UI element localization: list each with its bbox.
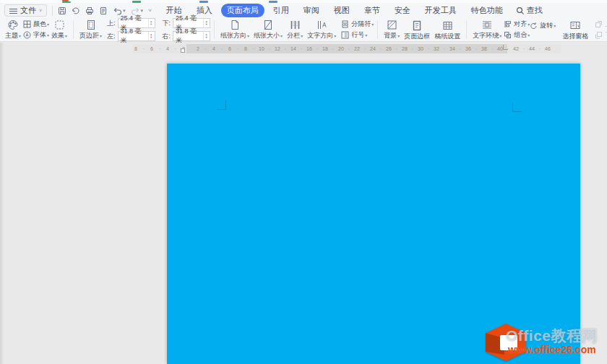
margin-right-label: 右: [163,32,171,41]
divider [214,20,215,39]
arrange-subgroup-1: 对齐 组合 [504,20,530,39]
workspace-left-edge [0,43,4,364]
line-numbers-button[interactable]: 行号 [341,31,374,39]
page-border-icon [412,20,422,31]
text-direction-icon [317,20,327,30]
file-menu-button[interactable]: 文件 ˅ [4,4,47,17]
ruler-tick-dot: · [175,44,176,53]
chevron-down-icon: ▾ [123,8,126,14]
ruler-tick-number: 6 [228,44,231,53]
menu-tab-section[interactable]: 章节 [358,4,386,17]
menu-tabs: 开始插入页面布局引用审阅视图章节安全开发工具特色功能 [160,4,509,17]
page-border-button[interactable]: 页面边框 [402,20,432,40]
breaks-button[interactable]: 分隔符 [341,20,374,28]
paper-setup-icon [442,20,453,31]
print-button[interactable] [85,6,94,15]
paper-orientation-icon [230,20,240,30]
ruler-tick-number: 38 [481,44,487,53]
page-border-label: 页面边框 [404,32,430,40]
paper-orientation-button[interactable]: 纸张方向 [218,19,251,40]
ruler-tick-dot: · [317,44,318,53]
columns-label: 分栏 [287,32,303,40]
print-preview-button[interactable] [99,6,108,15]
background-button[interactable]: 背景 [382,19,402,40]
ruler-tick-number: 8 [244,44,247,53]
ruler-tick-dot: · [428,44,429,53]
theme-label: 主题 [5,32,21,40]
ruler-tick-dot: · [460,44,461,53]
margins-icon [86,20,96,30]
effects-button[interactable]: 效果 [49,19,69,40]
margin-left-input[interactable]: 31.8 毫米 ▴▾ [118,31,155,41]
ruler[interactable]: 8·6·4·22·4·6·8·10·12·14·16·18·20·22·24·2… [133,44,561,53]
ruler-tick-number: 24 [370,44,376,53]
export-button[interactable] [72,6,80,15]
ruler-tick-number: 8 [134,44,137,53]
stepper-icon[interactable]: ▴▾ [148,19,154,27]
text-wrap-label: 文字环绕 [473,32,501,40]
save-icon [58,6,66,15]
ruler-tick-number: 4 [166,44,169,53]
colors-button[interactable]: 颜色 [23,20,49,28]
chevron-down-icon: ▾ [141,8,144,14]
paper-size-label: 纸张大小 [254,32,283,40]
menu-tab-page-layout[interactable]: 页面布局 [221,4,264,17]
menu-tab-references[interactable]: 引用 [267,4,295,17]
find-button[interactable]: 查找 [516,5,543,16]
customize-toolbar-button[interactable]: ˅ [148,7,152,14]
ruler-tick-dot: · [444,44,445,53]
rotate-button[interactable]: 旋转 [530,22,556,30]
text-wrap-button[interactable]: 文字环绕 [470,19,504,40]
bring-forward-icon [595,20,603,28]
group-button[interactable]: 组合 [504,31,530,39]
chevron-down-icon: ˅ [39,8,42,13]
ruler-tick-dot: · [475,44,477,53]
ruler-tick-dot: · [396,44,397,53]
margins-label: 页边距 [79,32,102,40]
margin-fields: 上: 25.4 毫米 ▴▾ 下: 25.4 毫米 ▴▾ 左: 31.8 毫米 ▴… [107,18,210,41]
divider [73,20,74,39]
selection-pane-label: 选择窗格 [562,32,588,40]
ruler-tick-number: 6 [150,44,153,53]
menu-bar: 文件 ˅ ▾ [0,3,607,18]
menu-tab-security[interactable]: 安全 [389,4,416,17]
menu-tab-special-features[interactable]: 特色功能 [465,4,509,17]
group-icon [504,31,512,39]
menu-tab-view[interactable]: 视图 [328,4,356,17]
theme-button[interactable]: 主题 [3,19,23,40]
stepper-icon[interactable]: ▴▾ [203,32,209,40]
background-label: 背景 [384,32,400,40]
stepper-icon[interactable]: ▴▾ [203,19,209,27]
ruler-tick-number: 18 [322,44,328,53]
bring-forward-button[interactable]: 上移一层 [595,20,607,28]
ruler-tick-number: 32 [434,44,439,53]
watermark: Office教程网 www.office26.com [484,321,607,364]
columns-button[interactable]: 分栏 [285,19,305,40]
ruler-tick-number: 42 [513,44,519,53]
ruler-tick-number: 12 [275,44,280,53]
stepper-icon[interactable]: ▴▾ [148,32,154,40]
align-button[interactable]: 对齐 [504,20,530,28]
line-numbers-icon [341,31,349,39]
ribbon: 主题 颜色 字体 效果 页边距 上: 25. [0,18,607,42]
save-button[interactable] [58,6,66,15]
export-icon [72,6,80,15]
margin-bottom-label: 下: [163,19,171,28]
document-page[interactable] [167,64,580,364]
indent-marker[interactable] [181,48,185,53]
menu-tab-dev-tools[interactable]: 开发工具 [419,4,462,17]
send-backward-button[interactable]: 下移一层 [595,31,607,39]
selection-pane-button[interactable]: 选择窗格 [560,20,590,40]
margin-right-input[interactable]: 31.8 毫米 ▴▾ [173,31,210,41]
ruler-tick-dot: · [332,44,334,53]
paper-setup-button[interactable]: 稿纸设置 [432,20,462,40]
fonts-button[interactable]: 字体 [23,31,49,39]
theme-subgroup: 颜色 字体 [23,20,49,39]
right-margin-marker[interactable] [503,45,508,50]
margins-button[interactable]: 页边距 [77,19,104,40]
paper-size-button[interactable]: 纸张大小 [251,19,285,40]
breaks-icon [341,20,349,28]
text-direction-button[interactable]: 文字方向 [305,19,338,40]
menu-tab-review[interactable]: 审阅 [298,4,325,17]
divider [377,20,378,39]
